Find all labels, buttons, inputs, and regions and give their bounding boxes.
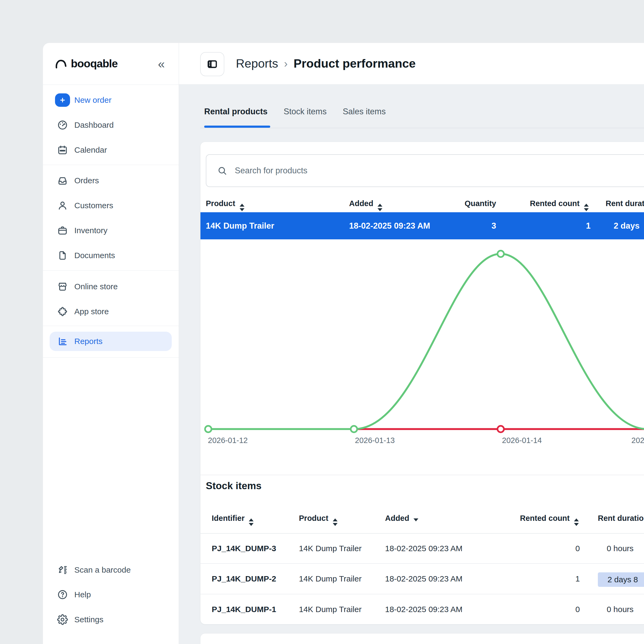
cell-product: 14K Dump Trailer [299,564,361,594]
cell-identifier: PJ_14K_DUMP-1 [212,594,276,624]
calendar-icon [55,145,70,155]
x-axis-tick: 2026-01-12 [208,436,248,445]
search-icon [217,166,227,176]
cell-added: 18-02-2025 09:23 AM [385,594,463,624]
sidebar-item-label: App store [74,307,109,316]
sidebar-divider [43,270,179,271]
help-icon [55,589,70,600]
performance-line-chart[interactable] [200,239,644,456]
green-peak-marker [497,251,504,257]
sidebar-item-label: Documents [74,251,115,260]
sidebar-header: booqable « [43,43,179,85]
report-card: Product Added Quantity Rented count Rent… [200,142,644,624]
sidebar-collapse-icon[interactable]: « [158,43,165,85]
column-header-identifier[interactable]: Identifier [212,509,254,527]
cell-product: 14K Dump Trailer [299,594,361,624]
tab-rental-products[interactable]: Rental products [204,107,268,116]
breadcrumb-separator: › [284,58,288,70]
sidebar: booqable « New order Dashboard [43,43,179,644]
sort-icon [574,518,579,526]
cell-added: 18-02-2025 09:23 AM [385,564,463,594]
cell-rented-count: 1 [496,564,580,594]
cell-rent-duration: 2 days [614,212,640,239]
x-axis-tick: 2026-01-14 [502,436,542,445]
dashboard-icon [55,120,70,130]
sort-icon [240,204,244,211]
barcode-scanner-icon [55,565,70,575]
document-icon [55,250,70,261]
tab-sales-items[interactable]: Sales items [343,107,386,116]
sidebar-item-label: Calendar [74,145,107,155]
column-header-added-sorted-desc[interactable]: Added [385,509,418,527]
cell-product: 14K Dump Trailer [206,212,274,239]
cell-rent-duration: 2 days 8 [608,572,644,587]
section-divider [200,475,644,475]
inbox-icon [55,175,70,186]
sort-icon [378,204,382,211]
sidebar-item-label: Customers [74,201,113,210]
column-header-quantity[interactable]: Quantity [429,195,496,212]
green-series-line [208,254,644,429]
sort-icon [584,204,589,211]
sidebar-item-label: Orders [74,176,99,185]
sort-desc-icon [414,518,418,521]
column-header-rented-count[interactable]: Rented count [496,195,589,212]
booqable-logo-text: booqable [71,57,118,70]
sidebar-item-label: Help [74,590,91,599]
table-row[interactable]: PJ_14K_DUMP-3 14K Dump Trailer 18-02-202… [200,534,644,564]
x-axis-tick: 2026 [631,436,644,445]
sidebar-item-label: Settings [74,615,103,624]
sort-icon [249,518,254,526]
column-header-rent-duration[interactable]: Rent duration [598,509,644,527]
cell-rent-duration: 0 hours [607,594,634,624]
sidebar-item-label: Reports [74,337,103,346]
box-icon [55,225,70,236]
tab-stock-items[interactable]: Stock items [284,107,327,116]
cell-rented-count: 0 [496,534,580,563]
sidebar-item-label: Dashboard [74,120,114,130]
table-row[interactable]: PJ_14K_DUMP-1 14K Dump Trailer 18-02-202… [200,594,644,624]
product-search[interactable] [206,154,644,187]
column-header-product[interactable]: Product [299,509,338,527]
active-tab-underline [204,126,270,128]
red-marker [497,426,504,432]
gear-icon [55,614,70,625]
person-icon [55,200,70,211]
page-header: Reports › Product performance [179,43,644,85]
table-row[interactable]: PJ_14K_DUMP-2 14K Dump Trailer 18-02-202… [200,564,644,594]
sidebar-item-label: Online store [74,282,118,291]
panel-toggle-icon [206,58,218,70]
tabs-baseline [200,128,644,128]
breadcrumb-reports-link[interactable]: Reports [236,57,278,71]
sidebar-toggle-button[interactable] [200,52,224,76]
page-title: Product performance [294,57,416,71]
table-row-selected[interactable]: 14K Dump Trailer 18-02-2025 09:23 AM 3 1… [200,212,644,239]
sidebar-divider [43,326,179,326]
green-marker [205,426,211,432]
app-window: booqable « New order Dashboard [0,0,644,644]
search-input[interactable] [234,166,638,176]
sidebar-divider [43,165,179,165]
column-header-product[interactable]: Product [206,195,244,212]
booqable-logo[interactable]: booqable [54,57,118,70]
highlighted-duration-cell: 2 days 8 [598,572,644,587]
report-chart-icon [55,336,70,347]
column-header-added[interactable]: Added [349,195,382,212]
next-section-card [200,633,644,644]
sidebar-item-label: New order [74,96,111,105]
cell-quantity: 3 [429,212,496,239]
cell-added: 18-02-2025 09:23 AM [349,212,430,239]
cell-product: 14K Dump Trailer [299,534,361,563]
sidebar-divider [43,357,179,358]
cell-added: 18-02-2025 09:23 AM [385,534,463,563]
report-tabs: Rental products Stock items Sales items [204,107,386,116]
column-header-rent-duration[interactable]: Rent duration [606,195,644,212]
x-axis-tick: 2026-01-13 [355,436,395,445]
sidebar-item-reports[interactable]: Reports [50,332,172,351]
sort-icon [333,518,338,526]
cell-identifier: PJ_14K_DUMP-2 [212,564,276,594]
column-header-rented-count[interactable]: Rented count [485,509,579,527]
sidebar-item-label: Inventory [74,226,107,235]
booqable-logo-icon [54,58,68,70]
breadcrumb: Reports › Product performance [236,43,416,84]
